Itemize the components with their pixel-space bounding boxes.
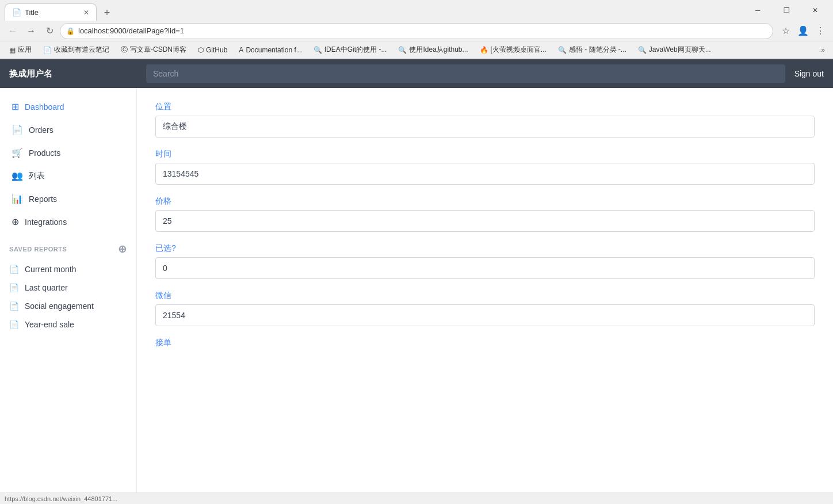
sign-out-button[interactable]: Sign out bbox=[794, 69, 824, 78]
location-input[interactable] bbox=[155, 116, 815, 138]
location-label: 位置 bbox=[155, 102, 815, 112]
sidebar-item-integrations[interactable]: ⊕Integrations bbox=[2, 211, 134, 233]
saved-report-social-engagement[interactable]: 📄Social engagement bbox=[0, 297, 136, 315]
sidebar-item-reports[interactable]: 📊Reports bbox=[2, 188, 134, 210]
bookmark-item[interactable]: 🔍感悟 - 随笔分类 -... bbox=[553, 44, 631, 56]
sidebar-item-label: 列表 bbox=[29, 171, 45, 181]
selected-section: 已选? bbox=[155, 243, 815, 279]
sidebar: ⊞Dashboard📄Orders🛒Products👥列表📊Reports⊕In… bbox=[0, 88, 137, 504]
bookmark-item[interactable]: ⬡GitHub bbox=[193, 45, 232, 55]
bookmark-item[interactable]: ADocumentation f... bbox=[234, 45, 306, 55]
add-saved-report-button[interactable]: ⊕ bbox=[118, 243, 127, 255]
bookmarks-more[interactable]: » bbox=[817, 45, 828, 55]
report-icon: 📄 bbox=[9, 320, 19, 329]
sidebar-item-list[interactable]: 👥列表 bbox=[2, 165, 134, 187]
location-section: 位置 bbox=[155, 102, 815, 138]
bookmark-item[interactable]: 📄收藏到有道云笔记 bbox=[39, 44, 114, 56]
report-icon: 📄 bbox=[9, 301, 19, 311]
sidebar-item-dashboard[interactable]: ⊞Dashboard bbox=[2, 96, 134, 118]
time-section: 时间 bbox=[155, 149, 815, 185]
saved-report-label: Last quarter bbox=[25, 283, 68, 292]
brand-name: 换成用户名 bbox=[9, 68, 146, 79]
profile-button[interactable]: 👤 bbox=[795, 23, 811, 39]
bookmark-item[interactable]: ▦应用 bbox=[5, 44, 36, 56]
tab-favicon: 📄 bbox=[12, 8, 21, 17]
status-bar-url: https://blog.csdn.net/weixin_44801771... bbox=[5, 495, 117, 502]
new-tab-button[interactable]: + bbox=[99, 5, 115, 21]
price-section: 价格 bbox=[155, 196, 815, 232]
price-input[interactable] bbox=[155, 210, 815, 232]
wechat-label: 微信 bbox=[155, 291, 815, 301]
close-button[interactable]: ✕ bbox=[802, 2, 828, 19]
saved-reports-section: SAVED REPORTS ⊕ bbox=[0, 234, 136, 260]
bookmark-item[interactable]: Ⓒ写文章-CSDN博客 bbox=[116, 44, 191, 56]
time-input[interactable] bbox=[155, 163, 815, 185]
price-label: 价格 bbox=[155, 196, 815, 207]
saved-report-current-month[interactable]: 📄Current month bbox=[0, 260, 136, 278]
report-icon: 📄 bbox=[9, 283, 19, 292]
orders-icon: 📄 bbox=[12, 124, 23, 135]
bookmarks-bar: ▦应用📄收藏到有道云笔记Ⓒ写文章-CSDN博客⬡GitHubADocumenta… bbox=[0, 41, 833, 59]
saved-report-label: Current month bbox=[25, 265, 76, 274]
sidebar-item-label: Dashboard bbox=[25, 102, 64, 112]
sidebar-item-products[interactable]: 🛒Products bbox=[2, 142, 134, 164]
selected-input[interactable] bbox=[155, 257, 815, 279]
saved-report-label: Year-end sale bbox=[25, 320, 74, 329]
bookmark-item[interactable]: 🔥[火萤视频桌面官... bbox=[475, 44, 551, 56]
address-text: localhost:9000/detailPage?lid=1 bbox=[78, 26, 767, 35]
minimize-button[interactable]: ─ bbox=[744, 2, 771, 19]
search-input[interactable] bbox=[146, 64, 785, 83]
integrations-icon: ⊕ bbox=[12, 216, 19, 227]
restore-button[interactable]: ❐ bbox=[773, 2, 800, 19]
wechat-input[interactable] bbox=[155, 304, 815, 326]
bookmark-item[interactable]: 🔍使用Idea从github... bbox=[393, 44, 472, 56]
forward-button[interactable]: → bbox=[23, 23, 39, 39]
sidebar-item-label: Integrations bbox=[25, 217, 67, 227]
menu-button[interactable]: ⋮ bbox=[812, 23, 828, 39]
tab-title: Title bbox=[25, 8, 39, 17]
main-content: 位置 时间 价格 已选? 微信 接单 bbox=[137, 88, 833, 504]
selected-label: 已选? bbox=[155, 243, 815, 254]
products-icon: 🛒 bbox=[12, 147, 23, 158]
reports-icon: 📊 bbox=[12, 193, 23, 204]
bookmark-item[interactable]: 🔍IDEA中Git的使用 -... bbox=[309, 44, 392, 56]
saved-report-label: Social engagement bbox=[25, 301, 94, 311]
tab-close-button[interactable]: ✕ bbox=[83, 9, 89, 17]
report-icon: 📄 bbox=[9, 265, 19, 274]
lock-icon: 🔒 bbox=[66, 27, 75, 35]
sidebar-item-label: Orders bbox=[29, 125, 54, 135]
saved-report-last-quarter[interactable]: 📄Last quarter bbox=[0, 278, 136, 297]
sidebar-item-label: Products bbox=[29, 148, 60, 158]
sidebar-item-orders[interactable]: 📄Orders bbox=[2, 119, 134, 141]
wechat-section: 微信 bbox=[155, 291, 815, 326]
saved-reports-title: SAVED REPORTS bbox=[9, 246, 67, 253]
list-icon: 👥 bbox=[12, 170, 23, 181]
refresh-button[interactable]: ↻ bbox=[41, 23, 58, 39]
star-button[interactable]: ☆ bbox=[778, 23, 794, 39]
address-bar[interactable]: 🔒 localhost:9000/detailPage?lid=1 bbox=[60, 23, 773, 39]
action-link[interactable]: 接单 bbox=[155, 338, 171, 347]
dashboard-icon: ⊞ bbox=[12, 101, 19, 112]
sidebar-item-label: Reports bbox=[29, 194, 57, 204]
saved-report-year-end-sale[interactable]: 📄Year-end sale bbox=[0, 315, 136, 334]
active-tab[interactable]: 📄 Title ✕ bbox=[5, 3, 97, 21]
time-label: 时间 bbox=[155, 149, 815, 159]
back-button[interactable]: ← bbox=[5, 23, 21, 39]
bookmark-item[interactable]: 🔍JavaWeb网页聊天... bbox=[633, 44, 716, 56]
